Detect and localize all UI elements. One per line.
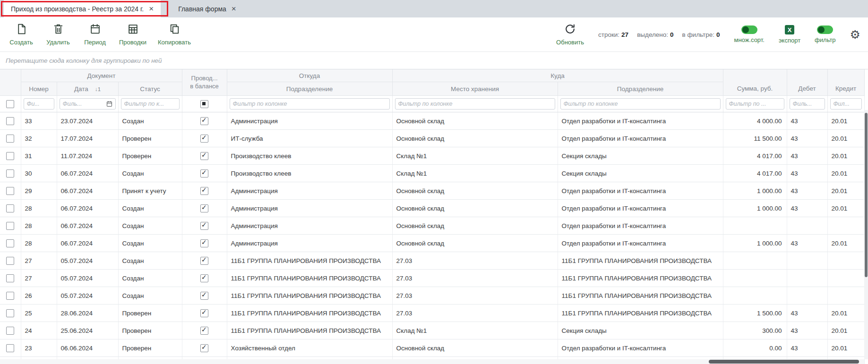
row-checkbox[interactable] <box>6 309 14 317</box>
row-checkbox[interactable] <box>6 239 14 247</box>
cell-from-dept: Производство клеев <box>227 147 392 165</box>
posted-checkbox[interactable] <box>200 187 208 195</box>
filter-toggle[interactable] <box>817 25 833 34</box>
row-checkbox[interactable] <box>6 204 14 212</box>
vertical-scrollbar-thumb[interactable] <box>865 113 868 277</box>
cell-number: 26 <box>21 287 57 305</box>
row-checkbox[interactable] <box>6 135 14 143</box>
posted-checkbox[interactable] <box>200 222 208 230</box>
filter-credit-cell <box>827 96 864 112</box>
table-row[interactable]: 2806.07.2024СозданАдминистрацияОсновной … <box>0 200 864 217</box>
stat-filtered: в фильтре:0 <box>682 31 720 38</box>
posted-checkbox[interactable] <box>200 257 208 265</box>
row-checkbox[interactable] <box>6 257 14 265</box>
table-row[interactable]: 2306.06.2024ПроверенХозяйственный отделО… <box>0 339 864 357</box>
cell-amount: 0.00 <box>723 339 787 357</box>
filter-toggle-group[interactable]: фильтр <box>815 25 835 43</box>
postings-button[interactable]: Проводки <box>119 23 146 46</box>
vertical-scrollbar[interactable] <box>864 110 868 359</box>
copy-button[interactable]: Копировать <box>158 23 191 46</box>
table-row[interactable]: 3323.07.2024СозданАдминистрацияОсновной … <box>0 112 864 130</box>
cell-to-dept: 11Б1 ГРУППА ПЛАНИРОВАНИЯ ПРОИЗВОДСТВА <box>558 305 723 322</box>
column-header-number[interactable]: Номер <box>21 82 57 96</box>
column-header-credit[interactable]: Кредит <box>827 69 864 96</box>
column-header-debit[interactable]: Дебет <box>787 69 827 96</box>
filter-status-input[interactable] <box>121 98 180 110</box>
group-header-from: Откуда <box>227 69 392 82</box>
filter-posted-checkbox[interactable] <box>200 100 208 108</box>
close-icon[interactable]: × <box>149 5 154 13</box>
table-row[interactable]: 2425.06.2024Проверен11Б1 ГРУППА ПЛАНИРОВ… <box>0 322 864 339</box>
select-all-checkbox[interactable] <box>6 100 14 108</box>
delete-button[interactable]: Удалить <box>45 23 71 46</box>
cell-credit <box>827 270 864 287</box>
filter-credit-input[interactable] <box>830 98 862 110</box>
table-row[interactable]: 3111.07.2024ПроверенПроизводство клеевСк… <box>0 147 864 165</box>
tab-registry[interactable]: Приход из производства - Реестр за 2024 … <box>4 0 161 17</box>
filter-number-input[interactable] <box>24 98 54 110</box>
multisort-toggle-group[interactable]: множ.сорт. <box>734 25 764 43</box>
row-checkbox[interactable] <box>6 327 14 335</box>
cell-number: 32 <box>21 130 57 147</box>
filter-from-dept-input[interactable] <box>230 98 390 110</box>
row-checkbox[interactable] <box>6 169 14 178</box>
table-row[interactable]: 2806.07.2024СозданАдминистрацияОсновной … <box>0 235 864 252</box>
posted-checkbox[interactable] <box>200 239 208 247</box>
row-checkbox[interactable] <box>6 274 14 282</box>
column-header-amount[interactable]: Сумма, руб. <box>723 69 787 96</box>
export-button[interactable]: X экспорт <box>779 25 800 44</box>
cell-to-dept: Отдел разработки и IT-консалтинга <box>558 339 723 357</box>
column-header-status[interactable]: Статус <box>118 82 182 96</box>
create-button[interactable]: Создать <box>9 23 34 46</box>
column-header-to-dept[interactable]: Подразделение <box>558 82 723 96</box>
row-checkbox[interactable] <box>6 117 14 125</box>
period-button[interactable]: Период <box>82 23 108 46</box>
filter-debit-input[interactable] <box>790 98 825 110</box>
table-row[interactable]: 2806.07.2024СозданАдминистрацияОсновной … <box>0 217 864 235</box>
posted-checkbox[interactable] <box>200 204 208 212</box>
row-checkbox[interactable] <box>6 344 14 352</box>
row-checkbox[interactable] <box>6 292 14 300</box>
table-row[interactable]: 3217.07.2024ПроверенИТ-службаОсновной ск… <box>0 130 864 147</box>
row-checkbox[interactable] <box>6 187 14 195</box>
toolbar: Создать Удалить Период Проводки <box>0 17 868 52</box>
table-row[interactable]: 2528.06.2024Проверен11Б1 ГРУППА ПЛАНИРОВ… <box>0 305 864 322</box>
filter-amount-input[interactable] <box>726 98 784 110</box>
table-row[interactable]: 3006.07.2024СозданПроизводство клеевСкла… <box>0 165 864 182</box>
group-by-drop-zone[interactable]: Перетащите сюда колонку для группировки … <box>0 52 868 69</box>
posted-checkbox[interactable] <box>200 135 208 143</box>
close-icon[interactable]: × <box>232 5 236 13</box>
cell-number: 28 <box>21 200 57 217</box>
select-all-cell <box>0 96 21 112</box>
gear-icon[interactable]: ⚙ <box>850 29 860 41</box>
refresh-button[interactable]: Обновить <box>556 23 584 46</box>
filter-storage-input[interactable] <box>395 98 555 110</box>
column-header-storage[interactable]: Место хранения <box>392 82 558 96</box>
cell-date: 06.07.2024 <box>57 217 118 235</box>
row-checkbox[interactable] <box>6 152 14 160</box>
column-header-posted[interactable]: Провод... в балансе <box>182 69 227 96</box>
cell-date: 23.07.2024 <box>57 112 118 130</box>
posted-checkbox[interactable] <box>200 309 208 317</box>
posted-checkbox[interactable] <box>200 274 208 282</box>
horizontal-scrollbar-thumb[interactable] <box>709 360 859 364</box>
table-row[interactable]: 2605.07.2024Создан11Б1 ГРУППА ПЛАНИРОВАН… <box>0 287 864 305</box>
table-row[interactable]: 2705.07.2024Создан11Б1 ГРУППА ПЛАНИРОВАН… <box>0 252 864 270</box>
column-header-from-dept[interactable]: Подразделение <box>227 82 392 96</box>
tab-main-form[interactable]: Главная форма × <box>171 0 243 17</box>
filter-toggle-label: фильтр <box>815 36 835 43</box>
table-row[interactable]: 2906.07.2024Принят к учетуАдминистрацияО… <box>0 182 864 200</box>
posted-checkbox[interactable] <box>200 169 208 178</box>
posted-checkbox[interactable] <box>200 117 208 125</box>
column-header-date[interactable]: Дата↓1 <box>57 82 118 96</box>
date-picker-calendar-icon[interactable] <box>106 101 113 108</box>
table-row[interactable]: 2705.07.2024Создан11Б1 ГРУППА ПЛАНИРОВАН… <box>0 270 864 287</box>
posted-checkbox[interactable] <box>200 292 208 300</box>
multisort-toggle[interactable] <box>741 25 757 34</box>
row-checkbox[interactable] <box>6 222 14 230</box>
posted-checkbox[interactable] <box>200 152 208 160</box>
horizontal-scrollbar[interactable] <box>0 359 864 364</box>
filter-to-dept-input[interactable] <box>560 98 721 110</box>
posted-checkbox[interactable] <box>200 344 208 352</box>
posted-checkbox[interactable] <box>200 327 208 335</box>
